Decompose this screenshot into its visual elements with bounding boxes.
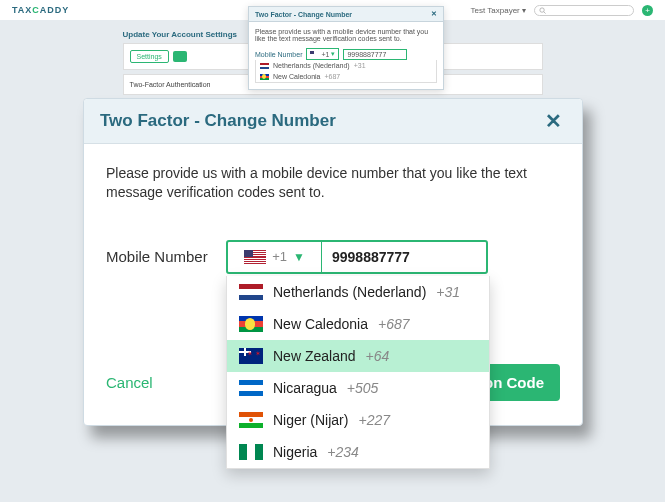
small-modal-close-icon[interactable]: ✕ [431,10,437,18]
nc-flag-icon [260,74,269,80]
country-option[interactable]: Niger (Nijar)+227 [227,404,489,436]
sm-country-code: +31 [354,62,366,69]
modal-header: Two Factor - Change Number ✕ [84,99,582,144]
brand-post: ADDY [40,5,70,15]
country-dial-code: +227 [358,412,390,428]
country-option[interactable]: New Caledonia+687 [227,308,489,340]
sm-country-name: Netherlands (Nederland) [273,62,350,69]
small-modal: Two Factor - Change Number ✕ Please prov… [248,6,444,90]
sm-country-code: +687 [324,73,340,80]
sm-country-option[interactable]: Netherlands (Nederland) +31 [256,60,436,71]
brand-pre: TAX [12,5,32,15]
country-name: Netherlands (Nederland) [273,284,426,300]
change-number-modal: Two Factor - Change Number ✕ Please prov… [83,98,583,426]
us-flag-icon [244,250,266,264]
user-menu[interactable]: Test Taxpayer ▾ [471,6,526,15]
country-dial-code: +505 [347,380,379,396]
country-dial-code: +687 [378,316,410,332]
nc-flag-icon [239,316,263,332]
settings-chip-outline[interactable]: Settings [130,50,169,63]
ng-flag-icon [239,444,263,460]
phone-number-input[interactable] [322,242,482,272]
country-code-label: +1 [272,249,287,264]
settings-chip[interactable] [173,51,187,62]
country-name: Nicaragua [273,380,337,396]
small-modal-cc[interactable]: +1▾ [306,48,339,60]
svg-line-1 [544,11,546,13]
twofa-label: Two-Factor Authentication [130,81,211,88]
ni-flag-icon [239,380,263,396]
country-name: Niger (Nijar) [273,412,348,428]
small-modal-title: Two Factor - Change Number [255,11,352,18]
us-flag-icon [310,51,319,57]
sm-country-option[interactable]: New Caledonia +687 [256,71,436,82]
user-menu-label: Test Taxpayer [471,6,520,15]
small-modal-phone[interactable]: 9998887777 [343,49,407,60]
mobile-number-label: Mobile Number [106,248,218,265]
country-option[interactable]: Nigeria+234 [227,436,489,468]
country-name: New Zealand [273,348,356,364]
country-name: Nigeria [273,444,317,460]
nl-flag-icon [239,284,263,300]
small-modal-header: Two Factor - Change Number ✕ [249,7,443,22]
small-modal-desc: Please provide us with a mobile device n… [255,28,437,42]
search-input[interactable] [534,5,634,16]
country-option[interactable]: Nicaragua+505 [227,372,489,404]
country-option[interactable]: Netherlands (Nederland)+31 [227,276,489,308]
chevron-down-icon: ▼ [293,250,305,264]
svg-point-0 [540,7,544,11]
nz-flag-icon [239,348,263,364]
small-modal-code: +1 [321,51,329,58]
ne-flag-icon [239,412,263,428]
cancel-button[interactable]: Cancel [106,374,153,391]
small-modal-dropdown: Netherlands (Nederland) +31New Caledonia… [255,60,437,83]
modal-description: Please provide us with a mobile device n… [106,164,560,202]
nl-flag-icon [260,63,269,69]
phone-input-group: +1 ▼ Netherlands (Nederland)+31New Caled… [226,240,488,274]
country-dropdown[interactable]: Netherlands (Nederland)+31New Caledonia+… [226,276,490,469]
country-dial-code: +234 [327,444,359,460]
sm-country-name: New Caledonia [273,73,320,80]
brand-c: C [32,5,40,15]
country-option[interactable]: New Zealand+64 [227,340,489,372]
country-name: New Caledonia [273,316,368,332]
country-code-selector[interactable]: +1 ▼ [228,242,322,272]
modal-title: Two Factor - Change Number [100,111,336,131]
small-modal-mobile-label: Mobile Number [255,51,302,58]
country-dial-code: +31 [436,284,460,300]
search-icon [539,7,546,14]
country-dial-code: +64 [366,348,390,364]
add-button[interactable]: + [642,5,653,16]
close-icon[interactable]: ✕ [541,109,566,133]
brand-logo: TAXCADDY [12,5,69,15]
